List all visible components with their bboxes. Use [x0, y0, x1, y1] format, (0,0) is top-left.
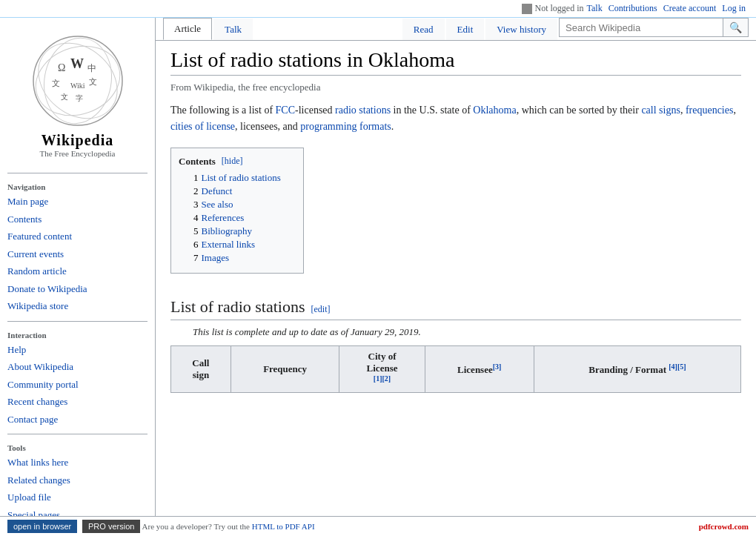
search-button[interactable]: 🔍 — [723, 19, 748, 36]
logo-area: Ω W 中 文 Wiki 文 文 字 Wikipedia The Free En… — [0, 25, 155, 165]
svg-text:中: 中 — [87, 63, 96, 73]
navigation-heading: Navigation — [0, 179, 155, 193]
table-of-contents: Contents [hide] 1List of radio stations … — [170, 148, 304, 274]
toc-item-6: 6External links — [193, 239, 291, 251]
toc-link-2[interactable]: Defunct — [202, 185, 233, 196]
toc-title-text: Contents — [179, 156, 216, 168]
svg-text:文: 文 — [52, 79, 60, 87]
bottom-bar-left: open in browser PRO version Are you a de… — [7, 520, 315, 533]
comma1: , — [680, 105, 686, 116]
bottom-message: Are you a developer? Try out the — [142, 522, 252, 531]
search-input[interactable] — [560, 19, 723, 36]
sidebar-item-contents[interactable]: Contents — [0, 211, 155, 228]
tab-talk[interactable]: Talk — [213, 19, 253, 40]
sorted-text: , which can be sorted by their — [517, 105, 642, 116]
toc-link-6[interactable]: External links — [202, 239, 256, 250]
table-header-frequency: Frequency — [231, 345, 339, 392]
section-title: List of radio stations — [170, 297, 305, 317]
fcc-link[interactable]: FCC — [276, 105, 295, 116]
end-text: . — [391, 121, 394, 132]
not-logged-in-label: Not logged in — [535, 3, 584, 14]
log-in-link[interactable]: Log in — [722, 3, 746, 14]
tab-edit[interactable]: Edit — [446, 19, 485, 40]
section-note: This list is complete and up to date as … — [170, 326, 741, 338]
toc-title: Contents [hide] — [179, 156, 291, 168]
stations-table: Callsign Frequency City ofLicense[1][2] … — [170, 345, 741, 393]
sidebar-item-about[interactable]: About Wikipedia — [0, 358, 155, 376]
sidebar-item-donate[interactable]: Donate to Wikipedia — [0, 280, 155, 298]
cities-link[interactable]: cities of license — [170, 121, 235, 132]
table-header-call-sign: Callsign — [171, 345, 231, 392]
sidebar-item-what-links[interactable]: What links here — [0, 454, 155, 472]
article-title: List of radio stations in Oklahoma — [170, 48, 741, 76]
talk-link[interactable]: Talk — [587, 3, 603, 14]
oklahoma-link[interactable]: Oklahoma — [473, 105, 516, 116]
rest-text: , licensees, and — [235, 121, 300, 132]
sidebar-item-contact-page[interactable]: Contact page — [0, 411, 155, 429]
sidebar-item-related-changes[interactable]: Related changes — [0, 472, 155, 489]
svg-text:文: 文 — [61, 93, 68, 101]
main-content: Article Talk Read Edit View history 🔍 Li… — [156, 18, 756, 536]
contributions-link[interactable]: Contributions — [609, 3, 657, 14]
table-header-branding: Branding / Format [4][5] — [534, 345, 740, 392]
user-icon — [522, 4, 532, 14]
wikipedia-wordmark: Wikipedia — [42, 132, 114, 149]
toc-item-2: 2Defunct — [193, 185, 291, 197]
sidebar-item-help[interactable]: Help — [0, 341, 155, 359]
radio-stations-link[interactable]: radio stations — [335, 105, 391, 116]
svg-text:Ω: Ω — [58, 62, 65, 73]
table-header-licensee: Licensee[3] — [425, 345, 534, 392]
toc-link-5[interactable]: Bibliography — [202, 225, 253, 236]
toc-link-4[interactable]: References — [202, 212, 245, 223]
bottom-bar: open in browser PRO version Are you a de… — [0, 516, 756, 536]
toc-item-5: 5Bibliography — [193, 225, 291, 237]
sidebar-item-main-page[interactable]: Main page — [0, 193, 155, 211]
programming-link[interactable]: programming formats — [300, 121, 391, 132]
sidebar-item-community-portal[interactable]: Community portal — [0, 376, 155, 394]
section-edit-link[interactable]: [edit] — [311, 304, 330, 315]
svg-point-0 — [33, 36, 122, 125]
intro-text: The following is a list of — [170, 105, 276, 116]
pro-version-button[interactable]: PRO version — [82, 520, 140, 533]
wikipedia-logo: Ω W 中 文 Wiki 文 文 字 — [30, 33, 126, 129]
top-navigation-bar: Not logged in Talk Contributions Create … — [0, 0, 756, 18]
toc-item-1: 1List of radio stations — [193, 172, 291, 184]
create-account-link[interactable]: Create account — [663, 3, 717, 14]
tab-bar: Article Talk Read Edit View history 🔍 — [156, 18, 756, 41]
pdfcrowd-logo: pdfcrowd.com — [699, 522, 749, 531]
sidebar-item-current-events[interactable]: Current events — [0, 245, 155, 263]
page-layout: Ω W 中 文 Wiki 文 文 字 Wikipedia The Free En… — [0, 18, 756, 536]
article-intro: The following is a list of FCC-licensed … — [170, 102, 741, 136]
open-in-browser-button[interactable]: open in browser — [7, 520, 77, 533]
html-pdf-api-link[interactable]: HTML to PDF API — [252, 522, 315, 531]
sidebar-item-featured-content[interactable]: Featured content — [0, 228, 155, 245]
svg-text:文: 文 — [89, 77, 97, 86]
svg-text:Wiki: Wiki — [70, 82, 85, 90]
toc-link-1[interactable]: List of radio stations — [202, 172, 281, 183]
search-box: 🔍 — [559, 18, 749, 37]
sidebar-item-recent-changes[interactable]: Recent changes — [0, 393, 155, 411]
toc-item-7: 7Images — [193, 252, 291, 264]
sidebar-item-upload-file[interactable]: Upload file — [0, 489, 155, 506]
frequencies-link[interactable]: frequencies — [686, 105, 734, 116]
interaction-heading: Interaction — [0, 328, 155, 341]
wikipedia-tagline: The Free Encyclopedia — [39, 149, 115, 158]
toc-item-4: 4References — [193, 212, 291, 224]
toc-list: 1List of radio stations 2Defunct 3See al… — [179, 172, 291, 264]
sidebar-item-random-article[interactable]: Random article — [0, 262, 155, 280]
toc-item-3: 3See also — [193, 199, 291, 211]
article-body: List of radio stations in Oklahoma From … — [156, 41, 756, 408]
call-signs-link[interactable]: call signs — [641, 105, 680, 116]
article-subtitle: From Wikipedia, the free encyclopedia — [170, 82, 741, 93]
tab-read[interactable]: Read — [402, 19, 445, 40]
toc-link-7[interactable]: Images — [202, 252, 230, 263]
toc-link-3[interactable]: See also — [202, 199, 233, 210]
toc-hide-link[interactable]: [hide] — [222, 156, 243, 167]
svg-text:字: 字 — [76, 94, 83, 102]
sidebar-item-store[interactable]: Wikipedia store — [0, 297, 155, 315]
tab-view-history[interactable]: View history — [485, 19, 557, 40]
table-header-row: Callsign Frequency City ofLicense[1][2] … — [171, 345, 741, 392]
tab-article[interactable]: Article — [163, 18, 212, 40]
in-us-text: in the U.S. state of — [391, 105, 473, 116]
svg-text:W: W — [70, 56, 84, 71]
